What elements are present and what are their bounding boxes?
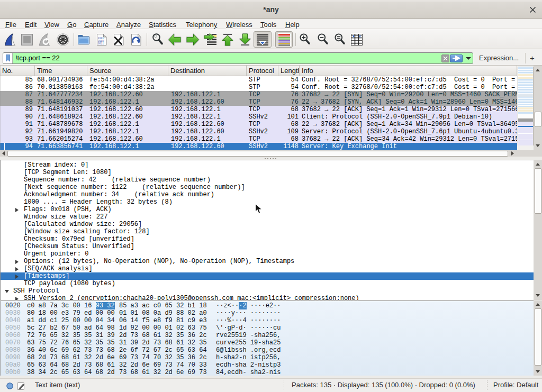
svg-text:0011: 0011	[98, 42, 104, 45]
